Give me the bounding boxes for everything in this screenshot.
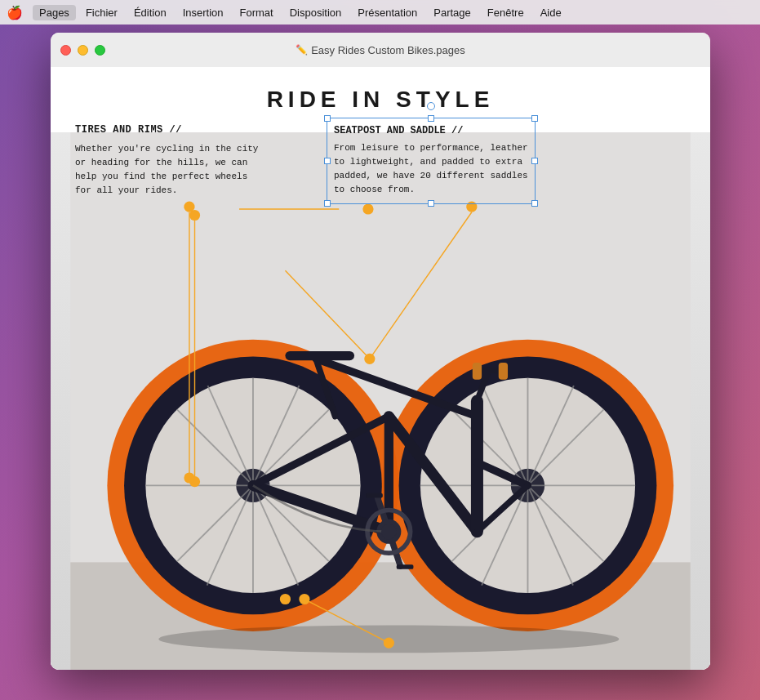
menubar-partage[interactable]: Partage — [427, 5, 478, 20]
menubar-edition[interactable]: Édition — [127, 5, 173, 20]
document-icon: ✏️ — [296, 44, 308, 56]
maximize-button[interactable] — [95, 45, 105, 56]
pages-window: ✏️ Easy Rides Custom Bikes.pages RIDE IN… — [51, 33, 710, 670]
window-title-text: Easy Rides Custom Bikes.pages — [311, 44, 465, 56]
svg-rect-43 — [285, 351, 354, 360]
svg-rect-46 — [473, 363, 482, 380]
apple-menu-icon[interactable]: 🍎 — [7, 5, 23, 20]
menubar: 🍎 Pages Fichier Édition Insertion Format… — [0, 0, 760, 25]
window-titlebar: ✏️ Easy Rides Custom Bikes.pages — [51, 33, 710, 67]
bike-image — [51, 132, 710, 670]
menubar-insertion[interactable]: Insertion — [176, 5, 230, 20]
menubar-fenetre[interactable]: Fenêtre — [481, 5, 531, 20]
menubar-format[interactable]: Format — [233, 5, 280, 20]
window-title: ✏️ Easy Rides Custom Bikes.pages — [296, 44, 465, 56]
menubar-aide[interactable]: Aide — [534, 5, 568, 20]
svg-point-55 — [158, 625, 619, 653]
document-canvas[interactable]: RIDE IN STYLE — [51, 67, 710, 670]
menubar-presentation[interactable]: Présentation — [351, 5, 424, 20]
traffic-lights — [60, 45, 105, 56]
svg-rect-52 — [397, 564, 414, 569]
document-title: RIDE IN STYLE — [51, 67, 710, 126]
close-button[interactable] — [60, 45, 71, 56]
page: RIDE IN STYLE — [51, 67, 710, 670]
menubar-fichier[interactable]: Fichier — [79, 5, 124, 20]
menubar-pages[interactable]: Pages — [33, 5, 76, 20]
svg-rect-47 — [499, 363, 508, 380]
svg-point-54 — [381, 524, 397, 539]
svg-rect-53 — [366, 493, 383, 498]
minimize-button[interactable] — [78, 45, 88, 56]
menubar-disposition[interactable]: Disposition — [283, 5, 349, 20]
